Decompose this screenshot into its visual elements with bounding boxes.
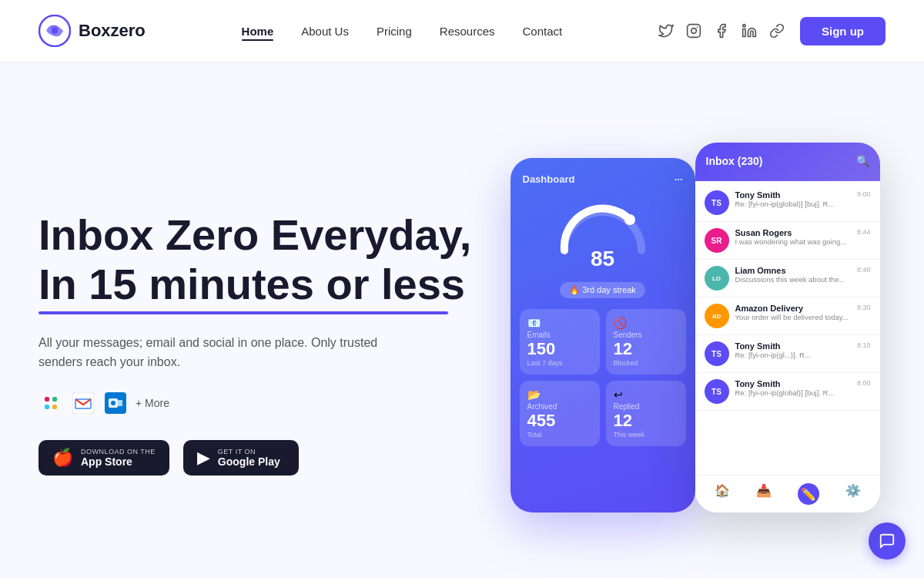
svg-rect-6: [45, 397, 49, 402]
msg-time-4: 8:10: [857, 341, 871, 349]
svg-point-14: [111, 401, 116, 405]
msg-time-0: 9:00: [857, 190, 871, 198]
phones-container: Dashboard ··· 85 🔥 3rd day streak 📧 Em: [511, 143, 880, 543]
dash-stat-senders: 🚫 Senders 12 Blocked: [606, 309, 686, 375]
avatar-2: LO: [705, 266, 729, 291]
msg-preview-5: Re: [fyi-on-ip(global)] [buj]. R...: [735, 388, 851, 397]
message-item-2[interactable]: LO Liam Omnes Discussions this week abou…: [695, 260, 880, 297]
inbox-phone: Inbox (230) 🔍 TS Tony Smith Re: [fyi-on-…: [695, 143, 880, 512]
googleplay-sub: GET IT ON: [218, 448, 256, 455]
hero-title-line1: Inbox Zero Everyday,: [38, 210, 471, 259]
nav-right: Sign up: [658, 17, 886, 45]
nav-compose-icon[interactable]: ✏️: [798, 483, 819, 505]
svg-rect-15: [118, 400, 122, 406]
streak-badge: 🔥 3rd day streak: [560, 282, 645, 298]
social-icons: [658, 23, 785, 39]
stat-sub-emails: Last 7 days: [527, 359, 592, 367]
msg-name-4: Tony Smith: [735, 341, 851, 351]
link-icon[interactable]: [769, 23, 785, 39]
googleplay-icon: ▶: [197, 448, 210, 468]
signup-button[interactable]: Sign up: [800, 17, 886, 45]
inbox-title-row: Inbox (230) 🔍: [706, 155, 869, 167]
message-item-4[interactable]: TS Tony Smith Re: [fyi-on-ip(gl...)]. R.…: [695, 335, 880, 373]
msg-time-5: 8:00: [857, 379, 871, 387]
dashboard-phone: Dashboard ··· 85 🔥 3rd day streak 📧 Em: [511, 158, 695, 512]
hero-title: Inbox Zero Everyday, In 15 minutes or le…: [38, 210, 504, 310]
inbox-search-icon[interactable]: 🔍: [856, 155, 869, 167]
inbox-messages: TS Tony Smith Re: [fyi-on-ip(global)] [b…: [695, 181, 880, 414]
inbox-title: Inbox (230): [706, 155, 763, 167]
msg-name-1: Susan Rogers: [735, 228, 851, 237]
msg-time-3: 8:30: [857, 304, 871, 311]
msg-body-2: Liam Omnes Discussions this week about t…: [735, 266, 851, 284]
msg-preview-4: Re: [fyi-on-ip(gl...)]. R...: [735, 351, 851, 359]
message-item-1[interactable]: SR Susan Rogers I was wondering what was…: [695, 222, 880, 260]
stat-label-replied: Replied: [614, 402, 678, 411]
message-item-5[interactable]: TS Tony Smith Re: [fyi-on-ip(global)] [b…: [695, 373, 880, 411]
senders-icon: 🚫: [614, 317, 678, 329]
inbox-header: Inbox (230) 🔍: [695, 143, 880, 181]
nav-pricing[interactable]: Pricing: [377, 25, 412, 38]
msg-time-1: 8:44: [857, 228, 871, 236]
msg-time-2: 8:40: [857, 266, 871, 274]
stat-sub-replied: This week: [614, 431, 678, 439]
integrations-more: + More: [136, 397, 169, 409]
msg-name-2: Liam Omnes: [735, 266, 851, 275]
nav-about[interactable]: About Us: [301, 25, 349, 38]
nav-resources[interactable]: Resources: [440, 25, 495, 38]
slack-icon: [38, 391, 63, 415]
dash-gauge: 85: [511, 193, 695, 277]
store-buttons: 🍎 Download on the App Store ▶ GET IT ON …: [38, 440, 504, 476]
chat-button[interactable]: [869, 523, 906, 560]
nav-archive-icon[interactable]: 📥: [756, 483, 772, 505]
logo[interactable]: Boxzero: [38, 15, 146, 47]
svg-point-5: [743, 25, 745, 27]
nav-links: Home About Us Pricing Resources Contact: [242, 25, 563, 38]
avatar-3: AD: [705, 304, 729, 328]
facebook-icon[interactable]: [714, 23, 729, 39]
msg-body-0: Tony Smith Re: [fyi-on-ip(global)] [buj]…: [735, 190, 851, 208]
googleplay-button[interactable]: ▶ GET IT ON Google Play: [183, 440, 299, 476]
gauge-number: 85: [591, 247, 614, 271]
integrations-row: + More: [38, 391, 504, 415]
msg-name-5: Tony Smith: [735, 379, 851, 388]
stat-sub-archived: Total: [527, 431, 592, 439]
nav-home[interactable]: Home: [242, 25, 274, 38]
stat-val-emails: 150: [527, 339, 592, 359]
dash-menu-icon: ···: [675, 173, 683, 185]
googleplay-name: Google Play: [218, 455, 280, 468]
avatar-1: SR: [705, 228, 729, 253]
msg-name-3: Amazon Delivery: [735, 304, 851, 313]
appstore-button[interactable]: 🍎 Download on the App Store: [38, 440, 169, 476]
stat-label-archived: Archived: [527, 402, 592, 411]
outlook-icon: [103, 391, 128, 415]
stat-label-senders: Senders: [614, 331, 678, 339]
appstore-sub: Download on the: [81, 448, 156, 455]
dash-stat-emails: 📧 Emails 150 Last 7 days: [520, 309, 600, 375]
hero-left: Inbox Zero Everyday, In 15 minutes or le…: [38, 210, 504, 476]
dash-stat-archived: 📂 Archived 455 Total: [520, 381, 600, 446]
dash-stats: 📧 Emails 150 Last 7 days 🚫 Senders 12 Bl…: [511, 303, 695, 452]
dash-header: Dashboard ···: [511, 158, 695, 193]
stat-sub-senders: Blocked: [614, 359, 678, 367]
inbox-bottom-nav: 🏠 📥 ✏️ ⚙️: [695, 475, 880, 512]
hero-title-line2: In 15 minutes or less: [38, 260, 504, 309]
nav-contact[interactable]: Contact: [523, 25, 563, 38]
hero-section: Inbox Zero Everyday, In 15 minutes or le…: [0, 62, 924, 578]
msg-name-0: Tony Smith: [735, 190, 851, 200]
nav-settings-icon[interactable]: ⚙️: [845, 483, 861, 505]
instagram-icon[interactable]: [686, 23, 701, 39]
svg-rect-4: [743, 29, 745, 37]
linkedin-icon[interactable]: [742, 23, 757, 39]
nav-home-icon[interactable]: 🏠: [715, 483, 730, 505]
msg-preview-0: Re: [fyi-on-ip(global)] [buj]. R...: [735, 200, 851, 208]
dash-title: Dashboard: [523, 173, 575, 185]
appstore-name: App Store: [81, 455, 132, 468]
svg-rect-2: [688, 25, 701, 38]
logo-icon: [38, 15, 71, 47]
message-item-0[interactable]: TS Tony Smith Re: [fyi-on-ip(global)] [b…: [695, 184, 880, 222]
twitter-icon[interactable]: [658, 23, 674, 39]
message-item-3[interactable]: AD Amazon Delivery Your order will be de…: [695, 297, 880, 335]
svg-rect-7: [45, 405, 49, 409]
svg-rect-8: [52, 397, 57, 402]
